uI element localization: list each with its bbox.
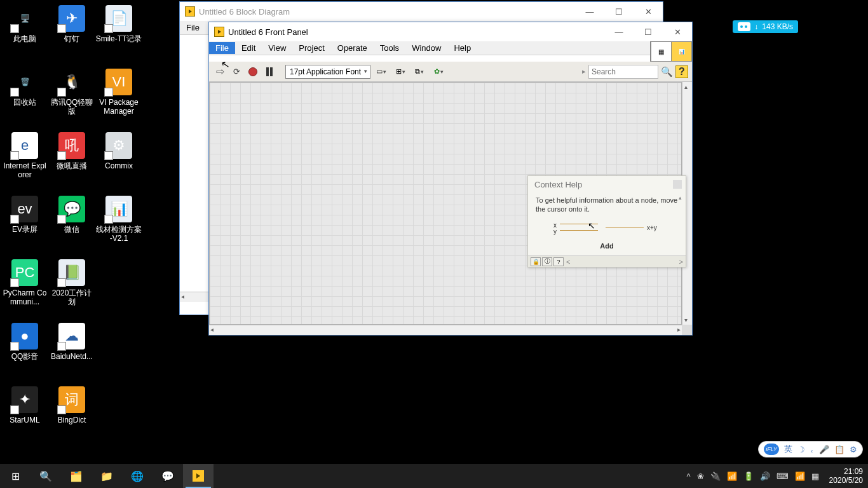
taskbar[interactable]: ⊞🔍🗂️📁🌐💬 ^❀🔌📶🔋🔊⌨📶▦ 21:09 2020/5/20 [0, 464, 868, 488]
titlebar[interactable]: Untitled 6 Front Panel ― ☐ ✕ [209, 22, 692, 41]
align-dropdown[interactable]: ▭ [373, 65, 390, 79]
date: 2020/5/20 [829, 476, 863, 485]
font-selector[interactable]: 17pt Application Font [285, 65, 370, 79]
pause-button[interactable] [262, 65, 276, 79]
titlebar[interactable]: Untitled 6 Block Diagram ― ☐ ✕ [180, 2, 663, 21]
desktop-icon[interactable]: evEV录屏 [1, 196, 48, 234]
icon-label: PyCharm Communi... [1, 288, 48, 306]
resize-dropdown[interactable]: ⧉ [411, 65, 428, 79]
distribute-dropdown[interactable]: ⊞ [392, 65, 409, 79]
tray-icon-2[interactable]: 🔌 [710, 471, 721, 481]
netspeed-widget[interactable]: ↓ 143 KB/s [733, 20, 798, 33]
menu-view[interactable]: View [262, 42, 292, 54]
tray-icon-3[interactable]: 📶 [727, 471, 737, 481]
menu-help[interactable]: Help [447, 42, 477, 54]
menu-tools[interactable]: Tools [374, 42, 405, 54]
desktop-icon[interactable]: ✦StarUML [1, 386, 48, 424]
app-icon: 📗 [58, 259, 85, 286]
tray-icon-5[interactable]: 🔊 [760, 471, 770, 481]
taskbar-chrome[interactable]: 🌐 [122, 464, 153, 488]
app-icon: 🐧 [58, 69, 85, 95]
cursor-icon: ↖ [588, 221, 595, 230]
ime-lang[interactable]: 英 [784, 444, 792, 455]
ime-gear-icon[interactable]: ⚙ [850, 445, 857, 454]
maximize-button[interactable]: ☐ [634, 22, 663, 41]
icon-label: Commix [95, 161, 142, 170]
app-icon: e [11, 132, 38, 159]
desktop-icon[interactable]: 💬微信 [48, 196, 95, 234]
connector-pane[interactable]: ▦ 📊 [650, 41, 692, 62]
help-diagram: x y ↖ x+y [536, 220, 678, 238]
help-link-button[interactable]: ? [553, 257, 564, 266]
taskbar-wechat[interactable]: 💬 [153, 464, 183, 488]
app-icon: 吼 [58, 132, 85, 159]
desktop-icon[interactable]: 📊线材检测方案 -V2.1 [95, 196, 142, 243]
h-scrollbar[interactable] [209, 325, 682, 335]
desktop-icon[interactable]: PCPyCharm Communi... [1, 259, 48, 306]
menu-project[interactable]: Project [292, 42, 330, 54]
taskbar-labview[interactable] [183, 464, 214, 488]
desktop-icon[interactable]: 🖥️此电脑 [1, 5, 48, 43]
menu-window[interactable]: Window [405, 42, 447, 54]
v-scrollbar[interactable] [678, 193, 686, 255]
context-help-window[interactable]: Context Help To get helpful information … [527, 175, 686, 268]
minimize-button[interactable]: ― [575, 2, 604, 21]
icon-label: BaiduNetd... [48, 352, 95, 361]
search-icon[interactable]: 🔍 [661, 66, 673, 78]
desktop-icon[interactable]: 🐧腾讯QQ轻聊版 [48, 69, 95, 116]
ime-clip-icon[interactable]: 📋 [834, 445, 844, 454]
desktop-icon[interactable]: 吼微吼直播 [48, 132, 95, 170]
maximize-button[interactable]: ☐ [604, 2, 634, 21]
operation-label: Add [536, 241, 678, 250]
tray-icon-0[interactable]: ^ [687, 471, 691, 481]
app-icon: 📊 [105, 196, 132, 222]
run-continuous-button[interactable]: ⟳ [229, 65, 243, 79]
context-help-title[interactable]: Context Help [528, 176, 686, 193]
desktop-icon[interactable]: ⚙Commix [95, 132, 142, 170]
taskbar-explorer[interactable]: 📁 [92, 464, 122, 488]
clock[interactable]: 21:09 2020/5/20 [824, 467, 868, 485]
desktop-icon[interactable]: 词BingDict [48, 386, 95, 424]
ime-bar[interactable]: iFLY 英 ☽ ⸲ 🎤 📋 ⚙ [758, 441, 863, 458]
taskbar-task-view[interactable]: 🗂️ [61, 464, 92, 488]
ime-punct-icon[interactable]: ⸲ [810, 445, 814, 454]
ime-moon-icon[interactable]: ☽ [797, 445, 805, 454]
close-button[interactable]: ✕ [663, 22, 692, 41]
lock-button[interactable]: 🔒 [531, 257, 541, 266]
desktop-icon[interactable]: 📄Smile-TT记录 [95, 5, 142, 43]
taskbar-search[interactable]: 🔍 [31, 464, 61, 488]
menu-file[interactable]: File [209, 42, 235, 54]
search-input[interactable] [588, 65, 658, 79]
desktop-icon[interactable]: ☁BaiduNetd... [48, 323, 95, 361]
desktop-icon[interactable]: VIVI Package Manager [95, 69, 142, 116]
ime-mic-icon[interactable]: 🎤 [819, 445, 829, 454]
help-text: To get helpful information about a node,… [536, 196, 678, 214]
desktop-icon[interactable]: 🗑️回收站 [1, 69, 48, 107]
window-title: Untitled 6 Front Panel [228, 27, 604, 37]
desktop-icon[interactable]: ✈钉钉 [48, 5, 95, 43]
desktop-icon[interactable]: ●QQ影音 [1, 323, 48, 361]
tray-icon-8[interactable]: ▦ [811, 471, 819, 481]
minimize-button[interactable]: ― [604, 22, 634, 41]
tray-icon-7[interactable]: 📶 [795, 471, 805, 481]
run-button[interactable]: ⇨ [213, 65, 227, 79]
reorder-dropdown[interactable]: ✿ [430, 65, 447, 79]
help-button[interactable]: ? [675, 65, 688, 78]
tray-icon-4[interactable]: 🔋 [743, 471, 754, 481]
abort-button[interactable] [246, 65, 260, 79]
close-button[interactable] [673, 180, 682, 189]
close-button[interactable]: ✕ [634, 2, 663, 21]
taskbar-start[interactable]: ⊞ [0, 464, 31, 488]
menu-operate[interactable]: Operate [331, 42, 374, 54]
detail-button[interactable]: ⓘ [542, 257, 552, 266]
system-tray[interactable]: ^❀🔌📶🔋🔊⌨📶▦ [682, 471, 824, 481]
icon-label: Smile-TT记录 [95, 34, 142, 43]
desktop-icon[interactable]: eInternet Explorer [1, 132, 48, 179]
menu-edit[interactable]: Edit [235, 42, 262, 54]
tray-icon-1[interactable]: ❀ [697, 471, 704, 481]
tray-icon-6[interactable]: ⌨ [776, 471, 789, 481]
ifly-logo-icon: iFLY [764, 444, 779, 455]
menu-file[interactable]: File [180, 22, 206, 34]
app-icon: ☁ [58, 323, 85, 349]
desktop-icon[interactable]: 📗2020工作计划 [48, 259, 95, 306]
